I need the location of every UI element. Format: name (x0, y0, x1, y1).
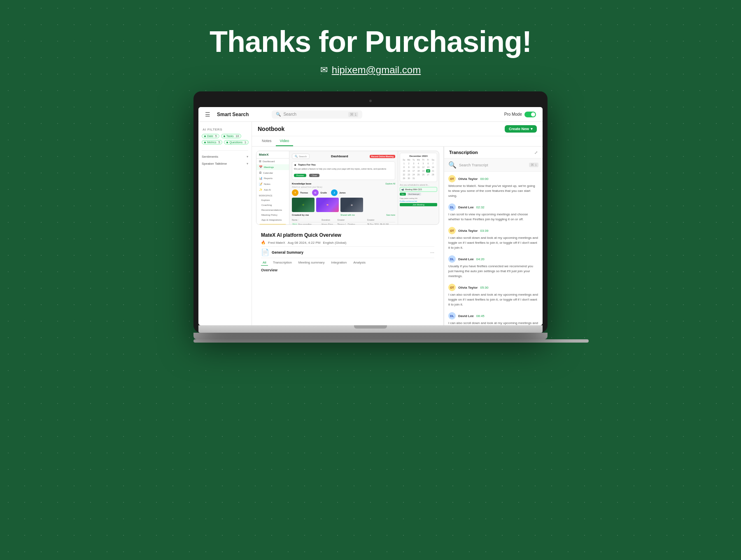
transcript-entry-4: DL David Lee 04:20 Usually if you have f… (448, 255, 538, 279)
mini-nav-label-coaching: Coaching (261, 204, 272, 206)
expand-icon[interactable]: ⤢ (534, 150, 538, 155)
filter-dot-tasks (224, 135, 225, 137)
mini-record-button[interactable]: Record Online Meeting (370, 155, 395, 158)
mini-nav-label-explore: Explore (261, 199, 270, 201)
tab-video[interactable]: Video (276, 136, 294, 146)
thumbnails-row: 🌿 🧠 (292, 198, 395, 212)
filter-date[interactable]: Date 5 (202, 134, 219, 138)
see-more-link[interactable]: See more (386, 214, 395, 216)
filter-tasks[interactable]: Tasks 10 (221, 134, 242, 138)
cal-d23: 23 (407, 173, 411, 176)
mini-nav-rec[interactable]: Recommendations (259, 208, 287, 212)
cal-d1: 1 (402, 162, 406, 165)
video-info: MateX AI platform Quick Overview 🔥 Fred … (256, 229, 439, 275)
transcript-search[interactable]: 🔍 Search Transcript ⌘ 1 (444, 159, 543, 172)
general-summary-inner: 📄 General Summary (261, 248, 303, 256)
content-tab-analysis[interactable]: Analysis (352, 260, 367, 266)
speaker-name-david-3: David Lee (458, 314, 474, 318)
mini-nav-coaching[interactable]: Coaching (259, 203, 287, 208)
mini-nav-integrations[interactable]: App & Integrations (259, 217, 287, 222)
toggle-switch[interactable] (524, 112, 536, 117)
content-tab-meeting-summary[interactable]: Meeting summary (297, 260, 326, 266)
cal-day-fri: Fr (426, 158, 431, 161)
filter-metrics[interactable]: Metrics 5 (202, 140, 222, 145)
mini-nav-label-meetings: Meetings (264, 166, 274, 168)
thumb-3: 🤖 (340, 198, 363, 212)
search-bar[interactable]: 🔍 Search ⌘ 1 (272, 110, 362, 119)
content-tab-transcription[interactable]: Transcription (271, 260, 294, 266)
learn-more-btn[interactable]: Close (309, 174, 319, 177)
mini-app-preview: MateX ⊞ Dashboard 📅 Meetings (256, 151, 439, 225)
timestamp-4[interactable]: 04:20 (476, 257, 485, 261)
yes-btn[interactable]: Yes (400, 193, 406, 196)
speaker-row-4: DL David Lee 04:20 (448, 255, 538, 263)
topics-title: Topics For You (298, 163, 316, 166)
speaker-talktime-row[interactable]: Speaker Talktime ▾ (198, 160, 252, 167)
join-meeting-button[interactable]: Join Meeting (400, 203, 437, 206)
transcript-entry-2: DL David Lee 02:32 I can scroll to view … (448, 203, 538, 222)
search-icon: 🔍 (276, 112, 281, 117)
laptop-stand (193, 333, 548, 339)
mini-nav-reports[interactable]: 📊 Reports (256, 175, 289, 181)
cal-grid: Su Mo Tu We Th Fr Sa (402, 158, 435, 180)
content-tab-all[interactable]: All (261, 260, 268, 266)
dont-know-btn[interactable]: Don't know yet (407, 193, 421, 196)
explore-all-link[interactable]: Explore All (385, 182, 395, 185)
mini-calendar: December 2024 Su Mo Tu We Th (400, 153, 437, 182)
chevron-down-icon: ▾ (247, 155, 248, 159)
email-row: ✉ hipixem@gmail.com (210, 64, 531, 76)
sidebar-sep-1 (202, 150, 248, 151)
cal-d17: 17 (411, 169, 416, 173)
filter-date-label: Date (207, 135, 213, 138)
topics-section: ★ Topics For You We just added a feature… (292, 161, 395, 180)
cal-day-mon: Mo (407, 158, 411, 161)
preview-button[interactable]: Preview (294, 174, 306, 177)
mini-nav-notes[interactable]: 📝 Notes (256, 181, 289, 187)
recordings-table: Name ↑ Duration Creator Creator (292, 218, 395, 225)
more-options-icon[interactable]: ··· (430, 250, 434, 255)
mini-app-header: MateX (256, 151, 289, 159)
mini-askai-icon: ✨ (259, 188, 263, 191)
mini-nav-calendar[interactable]: 🗓 Calendar (256, 170, 289, 175)
general-summary-title: General Summary (272, 250, 303, 254)
hamburger-icon[interactable]: ☰ (205, 111, 210, 118)
nootbook-title: Nootbook (258, 126, 284, 132)
mini-nav-policy[interactable]: Meeting Policy (259, 212, 287, 217)
transcript-entry-6: DL David Lee 08:45 I can also scroll dow… (448, 312, 538, 325)
video-date: Aug 08 2024, 4:22 PM (288, 241, 321, 245)
mini-nav-explore[interactable]: Explore (259, 198, 287, 203)
filter-dot (204, 135, 206, 137)
filter-questions[interactable]: Questions 1 (224, 140, 248, 145)
avatars-row: T Thomas G Gradie J James (292, 189, 395, 196)
filter-group: Date 5 Tasks 10 (198, 132, 252, 148)
mini-nav-meetings[interactable]: 📅 Meetings (256, 164, 289, 170)
timestamp-3[interactable]: 03:39 (480, 229, 488, 233)
avatar-olivia-2: OT (448, 227, 456, 234)
content-tab-integration[interactable]: Integration (329, 260, 348, 266)
transcript-search-placeholder: Search Transcript (459, 163, 527, 167)
mini-nav-dashboard[interactable]: ⊞ Dashboard (256, 159, 289, 164)
transcript-text-3: I can also scroll down and look at my up… (448, 236, 538, 250)
meeting-actions: Yes Don't know yet (400, 193, 437, 196)
filter-metrics-count: 5 (219, 141, 220, 144)
pro-mode-toggle[interactable]: Pro Mode (504, 112, 536, 117)
cell-creator1-1: Thomas L. Fletcher (337, 223, 365, 225)
col-name: Name ↑ (292, 219, 320, 221)
shared-with-me-label[interactable]: Shared with me (340, 214, 355, 216)
timestamp-2[interactable]: 02:32 (476, 205, 485, 209)
cal-day-wed: We (416, 158, 421, 161)
timestamp-6[interactable]: 08:45 (476, 314, 485, 318)
chevron-down-icon-2: ▾ (247, 162, 248, 166)
create-new-button[interactable]: Create New ▾ (505, 125, 537, 133)
timestamp-1[interactable]: 00:00 (480, 177, 488, 181)
avatar-david-2: DL (448, 255, 456, 263)
mini-nav-askai[interactable]: ✨ Ask AI (256, 187, 289, 193)
tab-notes[interactable]: Notes (258, 136, 276, 146)
star-icon: ★ (294, 163, 296, 167)
mini-search-box[interactable]: 🔍 Search (292, 154, 310, 159)
thumb-img-1: 🌿 (292, 198, 315, 212)
sentiments-row[interactable]: Sentiments ▾ (198, 153, 252, 160)
mini-search-text: Search (299, 155, 307, 158)
timestamp-5[interactable]: 05:30 (480, 286, 488, 289)
sidebar: AI Filters Date 5 Tasks (198, 122, 252, 325)
